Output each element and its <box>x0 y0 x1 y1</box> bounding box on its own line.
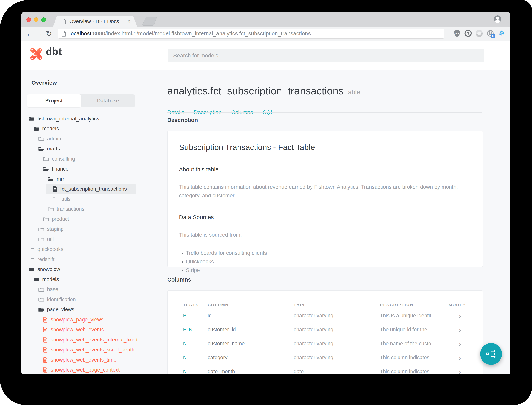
columns-card: TESTSCOLUMNTYPEDESCRIPTIONMORE? Pidchara… <box>167 290 483 374</box>
file-outline-icon <box>43 367 48 373</box>
divider <box>167 112 482 113</box>
chevron-right-icon[interactable]: › <box>449 368 483 375</box>
chevron-right-icon[interactable]: › <box>449 312 483 320</box>
tab-project[interactable]: Project <box>27 94 81 107</box>
tree-item-base[interactable]: base <box>21 285 167 295</box>
tree-item-label: snowplow_web_events_scroll_depth <box>51 347 134 353</box>
tests-badge: P <box>183 313 208 319</box>
tree-item-snowplow_web_page_context[interactable]: snowplow_web_page_context <box>21 365 167 375</box>
tree-item-mrr[interactable]: mrr <box>21 174 167 184</box>
search-input[interactable] <box>168 49 484 62</box>
reload-button[interactable]: ↻ <box>46 29 52 38</box>
url-bar[interactable]: localhost:8080/index.html#!/model/model.… <box>58 28 444 39</box>
chevron-right-icon[interactable]: › <box>449 326 483 334</box>
description-section-heading: Description <box>167 117 198 123</box>
tree-item-fct_subscription_transactions[interactable]: fct_subscription_transactions <box>21 184 167 194</box>
new-tab-button[interactable] <box>142 17 157 26</box>
tree-item-quickbooks[interactable]: quickbooks <box>21 244 167 255</box>
tree-item-label: staging <box>47 226 64 232</box>
minimize-window-button[interactable] <box>34 17 39 22</box>
logo-underscore: _ <box>62 46 68 57</box>
tree-item-admin[interactable]: admin <box>21 134 167 144</box>
resource-type-label: table <box>346 88 360 96</box>
url-path: :8080/index.html#!/model/model.fishtown_… <box>91 30 311 37</box>
table-row[interactable]: F Ncustomer_idcharacter varyingThe uniqu… <box>168 323 483 337</box>
ring-icon[interactable] <box>475 29 483 38</box>
tree-item-label: admin <box>47 136 61 142</box>
table-row[interactable]: Ncategorycharacter varyingThis column in… <box>168 351 483 364</box>
avatar-head <box>496 17 499 20</box>
columns-section-heading: Columns <box>167 277 191 283</box>
folder-open-icon <box>33 126 39 131</box>
chevron-right-icon[interactable]: › <box>449 354 483 362</box>
folder-icon <box>48 207 54 212</box>
folder-icon <box>38 227 44 232</box>
tree-item-consulting[interactable]: consulting <box>21 154 167 164</box>
column-description: This column indicates ... <box>380 369 449 374</box>
tree-item-finance[interactable]: finance <box>21 164 167 174</box>
table-row[interactable]: Ndate_monthdateThis column indicates ...… <box>168 364 483 374</box>
column-type: character varying <box>294 355 380 361</box>
folder-open-icon <box>48 176 54 182</box>
snowflake-icon[interactable]: ❄ <box>498 29 506 38</box>
tree-item-marts[interactable]: marts <box>21 144 167 154</box>
tree-item-models[interactable]: models <box>21 275 167 285</box>
back-button[interactable]: ← <box>26 29 34 38</box>
keyhole-icon[interactable] <box>464 29 472 38</box>
tree-item-snowplow_web_events_time[interactable]: snowplow_web_events_time <box>21 355 167 365</box>
shield-icon[interactable]: uO <box>453 29 461 38</box>
tree-item-transactions[interactable]: transactions <box>21 204 167 214</box>
folder-icon <box>38 237 44 242</box>
svg-text:uO: uO <box>455 32 459 35</box>
zoom-window-button[interactable] <box>41 17 46 22</box>
column-name: id <box>208 313 294 319</box>
overview-heading[interactable]: Overview <box>31 79 57 86</box>
about-heading: About this table <box>179 166 471 173</box>
screenshot-frame: Overview - DBT Docs × ← → ↻ localhost:80… <box>0 0 532 405</box>
tree-item-product[interactable]: product <box>21 214 167 224</box>
column-header: MORE? <box>449 303 483 307</box>
card-title: Subscription Transactions - Fact Table <box>179 143 471 152</box>
lineage-graph-button[interactable] <box>480 343 502 365</box>
dbt-logo-text: dbt_ <box>46 46 68 57</box>
page-title: analytics.fct_subscription_transactionst… <box>167 85 360 97</box>
tree-item-snowplow_web_events[interactable]: snowplow_web_events <box>21 325 167 335</box>
browser-tab[interactable]: Overview - DBT Docs × <box>53 16 137 27</box>
column-description: The name of the custo... <box>380 341 449 347</box>
tree-item-label: identification <box>47 297 76 303</box>
tree-item-page_views[interactable]: page_views <box>21 305 167 315</box>
columns-table-header: TESTSCOLUMNTYPEDESCRIPTIONMORE? <box>168 301 483 309</box>
lineage-graph-icon <box>486 348 497 359</box>
tree-item-fishtown_internal_analytics[interactable]: fishtown_internal_analytics <box>21 114 167 124</box>
power-icon[interactable]: x <box>486 29 494 38</box>
tree-item-redshift[interactable]: redshift <box>21 254 167 264</box>
chevron-right-icon[interactable]: › <box>449 340 483 348</box>
table-row[interactable]: Pidcharacter varyingThis is a unique ide… <box>168 309 483 323</box>
folder-open-icon <box>38 307 44 312</box>
tab-database[interactable]: Database <box>81 94 135 107</box>
tree-item-snowplow_web_events_internal_fixed[interactable]: snowplow_web_events_internal_fixed <box>21 335 167 345</box>
browser-toolbar: ← → ↻ localhost:8080/index.html#!/model/… <box>21 27 510 41</box>
close-tab-icon[interactable]: × <box>127 19 131 24</box>
tree-item-snowplow_page_views[interactable]: snowplow_page_views <box>21 315 167 325</box>
tree-item-utils[interactable]: utils <box>21 194 167 204</box>
tree-item-label: fct_subscription_transactions <box>60 186 127 192</box>
source-list-item: Quickbooks <box>186 257 471 266</box>
browser-profile-avatar[interactable] <box>494 15 501 23</box>
column-name: customer_id <box>208 327 294 333</box>
tree-item-util[interactable]: util <box>21 234 167 244</box>
tree-item-identification[interactable]: identification <box>21 295 167 305</box>
close-window-button[interactable] <box>26 17 31 22</box>
sources-list: Trello boards for consulting clientsQuic… <box>180 249 471 275</box>
tree-item-staging[interactable]: staging <box>21 224 167 235</box>
tree-item-models[interactable]: models <box>21 124 167 134</box>
overflow-menu-icon[interactable]: ⋮ <box>509 29 510 38</box>
tree-item-snowplow_web_events_scroll_depth[interactable]: snowplow_web_events_scroll_depth <box>21 345 167 355</box>
forward-button[interactable]: → <box>36 29 43 38</box>
column-header: DESCRIPTION <box>380 303 449 307</box>
table-row[interactable]: Ncustomer_namecharacter varyingThe name … <box>168 337 483 351</box>
tree-item-label: product <box>52 216 69 222</box>
avatar-body <box>494 20 501 23</box>
tree-item-label: models <box>42 126 59 132</box>
tree-item-snowplow[interactable]: snowplow <box>21 264 167 275</box>
